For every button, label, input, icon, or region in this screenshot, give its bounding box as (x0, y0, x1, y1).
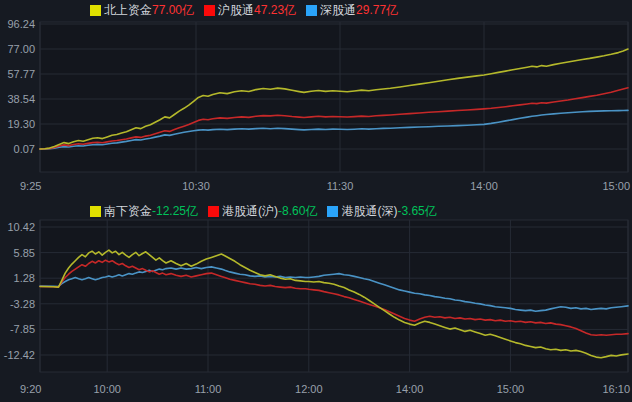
y-axis-tick-label: 1.28 (14, 272, 35, 284)
southbound-legend: 南下资金-12.25亿港股通(沪)-8.60亿港股通(深)-3.65亿 (90, 204, 447, 218)
x-axis-tick-label: 12:00 (295, 383, 323, 395)
legend-series-value: 47.23亿 (254, 3, 296, 17)
y-axis-tick-label: 77.00 (7, 43, 35, 55)
y-axis-tick-label: -12.42 (4, 349, 35, 361)
legend-item-shengutong[interactable]: 深股通29.77亿 (306, 3, 398, 17)
y-axis-tick-label: -3.28 (10, 298, 35, 310)
legend-series-value: 29.77亿 (356, 3, 398, 17)
x-axis-tick-label: 10:30 (182, 180, 210, 192)
plot-area (40, 220, 628, 372)
legend-series-value: -8.60亿 (278, 204, 317, 218)
y-axis-tick-label: 57.77 (7, 68, 35, 80)
x-axis-tick-label: 14:00 (396, 383, 424, 395)
legend-series-name: 深股通 (320, 3, 356, 17)
northbound-chart-canvas[interactable]: 96.2477.0057.7738.5419.300.079:2510:3011… (0, 0, 632, 194)
x-axis-tick-label: 16:10 (602, 383, 630, 395)
legend-series-value: -12.25亿 (152, 204, 198, 218)
x-axis-tick-label: 15:00 (497, 383, 525, 395)
y-axis-tick-label: 0.07 (14, 143, 35, 155)
y-axis-tick-label: 5.85 (14, 247, 35, 259)
legend-item-beishang[interactable]: 北上资金77.00亿 (90, 3, 194, 17)
x-axis-tick-label: 10:00 (93, 383, 121, 395)
x-axis-tick-label: 9:20 (20, 383, 41, 395)
y-axis-tick-label: 19.30 (7, 118, 35, 130)
legend-swatch-icon (306, 5, 317, 16)
capital-flow-widget: 北上资金77.00亿沪股通47.23亿深股通29.77亿 96.2477.005… (0, 0, 632, 402)
legend-item-ganggutong-hu[interactable]: 港股通(沪)-8.60亿 (208, 204, 317, 218)
y-axis-tick-label: 10.42 (7, 221, 35, 233)
legend-item-hugutong[interactable]: 沪股通47.23亿 (204, 3, 296, 17)
southbound-panel: 南下资金-12.25亿港股通(沪)-8.60亿港股通(深)-3.65亿 10.4… (0, 194, 632, 402)
legend-series-value: -3.65亿 (397, 204, 436, 218)
x-axis-tick-label: 11:30 (327, 180, 354, 192)
x-axis-tick-label: 11:00 (195, 383, 222, 395)
legend-series-value: 77.00亿 (152, 3, 194, 17)
x-axis-tick-label: 14:00 (470, 180, 498, 192)
y-axis-tick-label: 96.24 (7, 18, 35, 30)
legend-swatch-icon (90, 5, 101, 16)
northbound-panel: 北上资金77.00亿沪股通47.23亿深股通29.77亿 96.2477.005… (0, 0, 632, 194)
legend-swatch-icon (204, 5, 215, 16)
legend-swatch-icon (90, 206, 101, 217)
legend-series-name: 沪股通 (218, 3, 254, 17)
legend-series-name: 港股通(深) (341, 204, 397, 218)
legend-item-nanxia[interactable]: 南下资金-12.25亿 (90, 204, 198, 218)
legend-item-ganggutong-shen[interactable]: 港股通(深)-3.65亿 (327, 204, 436, 218)
northbound-legend: 北上资金77.00亿沪股通47.23亿深股通29.77亿 (90, 3, 408, 17)
legend-series-name: 北上资金 (104, 3, 152, 17)
southbound-chart-canvas[interactable]: 10.425.851.28-3.28-7.85-12.429:2010:0011… (0, 194, 632, 402)
legend-swatch-icon (208, 206, 219, 217)
y-axis-tick-label: -7.85 (10, 323, 35, 335)
legend-swatch-icon (327, 206, 338, 217)
legend-series-name: 港股通(沪) (222, 204, 278, 218)
x-axis-tick-label: 9:25 (20, 180, 41, 192)
x-axis-tick-label: 15:00 (602, 180, 630, 192)
y-axis-tick-label: 38.54 (7, 93, 35, 105)
legend-series-name: 南下资金 (104, 204, 152, 218)
